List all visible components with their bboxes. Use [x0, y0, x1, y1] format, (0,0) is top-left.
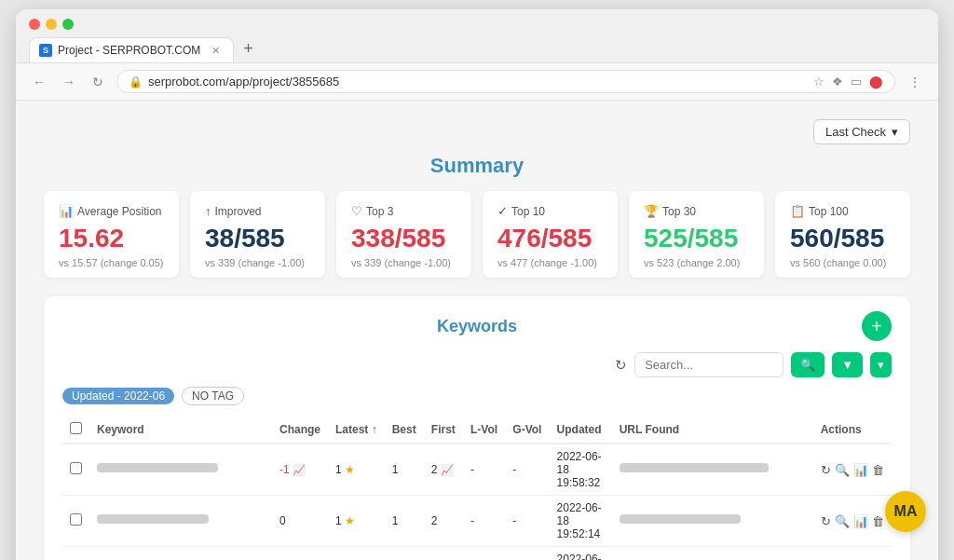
minimize-dot[interactable]	[46, 19, 57, 30]
tab-close-btn[interactable]: ✕	[211, 45, 220, 57]
stat-card-improved: ↑ Improved 38/585 vs 339 (change -1.00)	[190, 191, 325, 278]
action-search-icon[interactable]: 🔍	[835, 514, 850, 528]
cast-icon[interactable]: ▭	[851, 75, 862, 89]
top10-subtitle: vs 477 (change -1.00)	[497, 257, 603, 268]
action-chart-icon[interactable]: 📊	[853, 463, 868, 477]
row-actions: ↻ 🔍 📊 🗑	[813, 444, 892, 496]
row-checkbox-cell	[62, 496, 89, 547]
row-best: 1	[385, 547, 424, 561]
row-gvol: 110	[505, 547, 549, 561]
tags-row: Updated - 2022-06 NO TAG	[62, 387, 892, 405]
th-first: First	[424, 417, 463, 444]
last-check-label: Last Check	[825, 125, 886, 139]
avg-position-subtitle: vs 15.57 (change 0.05)	[59, 257, 164, 268]
summary-title: Summary	[44, 154, 910, 178]
avg-position-value: 15.62	[59, 224, 164, 253]
address-bar: ← → ↻ 🔒 serprobot.com/app/project/385568…	[16, 63, 938, 101]
action-trash-icon[interactable]: 🗑	[872, 463, 884, 477]
action-search-icon[interactable]: 🔍	[835, 463, 850, 477]
action-chart-icon[interactable]: 📊	[853, 514, 868, 528]
menu-icon[interactable]: ⋮	[905, 73, 925, 91]
row-keyword	[89, 496, 272, 547]
browser-titlebar: S Project - SERPROBOT.COM ✕ +	[16, 9, 938, 63]
th-latest: Latest ↑	[328, 417, 385, 444]
address-text: serprobot.com/app/project/3855685	[148, 75, 808, 89]
browser-window: S Project - SERPROBOT.COM ✕ + ← → ↻ 🔒 se…	[16, 9, 938, 560]
top30-value: 525/585	[644, 224, 749, 253]
avatar-badge[interactable]: MA	[885, 491, 926, 532]
th-url: URL Found	[612, 417, 813, 444]
row-keyword	[89, 444, 272, 496]
profile-icon[interactable]: ⬤	[869, 75, 883, 89]
action-refresh-icon[interactable]: ↻	[821, 514, 831, 528]
stat-card-top10: ✓ Top 10 476/585 vs 477 (change -1.00)	[483, 191, 618, 278]
maximize-dot[interactable]	[62, 19, 74, 30]
window-controls	[29, 19, 925, 30]
last-check-container: Last Check ▾	[44, 119, 910, 144]
avg-position-label: Average Position	[77, 205, 162, 218]
address-field[interactable]: 🔒 serprobot.com/app/project/3855685 ☆ ❖ …	[116, 70, 895, 93]
tab-bar: S Project - SERPROBOT.COM ✕ +	[29, 37, 925, 62]
row-change: 0	[272, 547, 328, 561]
tab-favicon: S	[39, 44, 52, 57]
stat-card-top30: 🏆 Top 30 525/585 vs 523 (change 2.00)	[629, 191, 764, 278]
keywords-tbody: -1 📈 1★ 1 2 📈 - - 2022-06-18 19:58:32 ↻ …	[62, 444, 892, 560]
table-row: -1 📈 1★ 1 2 📈 - - 2022-06-18 19:58:32 ↻ …	[62, 444, 892, 496]
keywords-controls: ↻ 🔍 ▼ ▾	[62, 352, 892, 377]
row-checkbox[interactable]	[70, 513, 82, 526]
search-button[interactable]: 🔍	[791, 352, 825, 377]
row-checkbox[interactable]	[70, 462, 82, 474]
row-first: 2	[424, 496, 463, 547]
row-updated: 2022-06-18 19:52:14	[550, 496, 612, 547]
action-trash-icon[interactable]: 🗑	[872, 514, 884, 528]
no-tag-badge[interactable]: NO TAG	[182, 387, 244, 405]
search-input[interactable]	[634, 352, 784, 377]
top10-value: 476/585	[497, 224, 603, 253]
filter-dropdown-button[interactable]: ▾	[870, 352, 892, 377]
keywords-table: Keyword Change Latest ↑ Best First L-Vol…	[62, 417, 892, 560]
top30-subtitle: vs 523 (change 2.00)	[644, 257, 749, 268]
close-dot[interactable]	[29, 19, 40, 30]
table-row: 0 1★ 1 1 110 110 2022-06-18 19:58:35 ↻ 🔍…	[62, 547, 892, 561]
row-url	[612, 496, 813, 547]
top10-label: Top 10	[511, 205, 545, 218]
lock-icon: 🔒	[129, 75, 143, 89]
last-check-select[interactable]: Last Check ▾	[813, 119, 910, 144]
refresh-icon[interactable]: ↻	[615, 357, 627, 374]
row-best: 1	[385, 444, 424, 496]
page-content: Last Check ▾ Summary 📊 Average Position …	[16, 101, 938, 560]
row-keyword	[89, 547, 272, 561]
tab-title: Project - SERPROBOT.COM	[58, 44, 200, 57]
address-icons: ☆ ❖ ▭ ⬤	[813, 75, 883, 89]
updated-tag[interactable]: Updated - 2022-06	[62, 388, 174, 404]
active-tab[interactable]: S Project - SERPROBOT.COM ✕	[29, 37, 234, 62]
add-keyword-button[interactable]: +	[862, 311, 892, 341]
row-updated: 2022-06-18 19:58:32	[550, 444, 612, 496]
row-best: 1	[385, 496, 424, 547]
top3-label: Top 3	[366, 205, 393, 218]
top3-icon: ♡	[351, 204, 362, 218]
extension-icon[interactable]: ❖	[832, 75, 843, 89]
reload-button[interactable]: ↻	[89, 73, 107, 91]
select-all-checkbox[interactable]	[70, 422, 82, 434]
row-lvol: -	[463, 444, 505, 496]
row-lvol: 110	[463, 547, 505, 561]
top3-value: 338/585	[351, 224, 457, 253]
stat-card-top100: 📋 Top 100 560/585 vs 560 (change 0.00)	[775, 191, 910, 278]
row-change: 0	[272, 496, 328, 547]
avg-position-icon: 📊	[59, 204, 74, 218]
forward-button[interactable]: →	[59, 73, 79, 91]
bookmark-icon[interactable]: ☆	[813, 75, 825, 89]
new-tab-button[interactable]: +	[234, 39, 263, 62]
back-button[interactable]: ←	[29, 73, 49, 91]
keywords-section: Keywords + ↻ 🔍 ▼ ▾ Updated - 2022-06 NO …	[44, 296, 910, 560]
th-check	[62, 417, 89, 444]
action-refresh-icon[interactable]: ↻	[821, 463, 831, 477]
stat-card-avg-position: 📊 Average Position 15.62 vs 15.57 (chang…	[44, 191, 179, 278]
improved-icon: ↑	[205, 204, 211, 218]
row-first: 2 📈	[424, 444, 463, 496]
row-gvol: -	[505, 496, 549, 547]
filter-button[interactable]: ▼	[832, 352, 863, 377]
row-gvol: -	[505, 444, 549, 496]
top10-icon: ✓	[497, 204, 508, 218]
